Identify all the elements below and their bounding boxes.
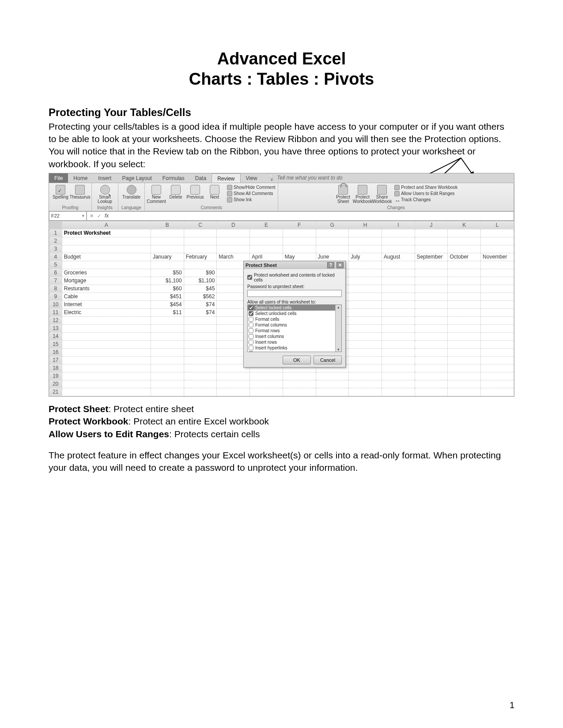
permission-checkbox[interactable]: [249, 345, 253, 350]
cell[interactable]: July: [349, 253, 382, 261]
cell[interactable]: [62, 340, 151, 348]
tab-home[interactable]: Home: [68, 173, 93, 183]
dialog-ok-button[interactable]: OK: [283, 356, 311, 364]
cell[interactable]: [349, 372, 382, 380]
permission-checkbox[interactable]: [249, 317, 253, 322]
cell[interactable]: [184, 237, 217, 245]
cell[interactable]: [448, 285, 481, 293]
cell[interactable]: [415, 269, 448, 277]
cell[interactable]: March: [217, 253, 250, 261]
cell[interactable]: $45: [184, 285, 217, 293]
cell[interactable]: [382, 229, 415, 237]
cell[interactable]: $60: [151, 285, 184, 293]
listbox-scrollbar[interactable]: [335, 305, 341, 352]
cell[interactable]: [382, 237, 415, 245]
cell[interactable]: [448, 277, 481, 285]
cell[interactable]: [349, 380, 382, 388]
cancel-formula-icon[interactable]: ✕: [90, 213, 94, 219]
cell[interactable]: [415, 245, 448, 253]
cell[interactable]: [62, 364, 151, 372]
protect-share-button[interactable]: Protect and Share Workbook: [394, 185, 457, 190]
cell[interactable]: [382, 308, 415, 316]
tell-me-box[interactable]: Tell me what you want to do: [262, 175, 342, 181]
permission-checkbox[interactable]: [249, 340, 253, 345]
cell[interactable]: [448, 261, 481, 269]
cell[interactable]: Groceries: [62, 269, 151, 277]
cell[interactable]: [382, 269, 415, 277]
column-header[interactable]: B: [151, 221, 184, 229]
share-workbook-button[interactable]: Share Workbook: [373, 185, 391, 204]
permission-option[interactable]: Insert rows: [248, 339, 341, 345]
permission-checkbox[interactable]: [249, 334, 253, 339]
cell[interactable]: [448, 324, 481, 332]
cell[interactable]: [217, 245, 250, 253]
cell[interactable]: [62, 348, 151, 356]
cell[interactable]: Electric: [62, 308, 151, 316]
cell[interactable]: [481, 372, 514, 380]
cell[interactable]: [316, 245, 349, 253]
cell[interactable]: [151, 237, 184, 245]
cell[interactable]: $451: [151, 293, 184, 300]
cell[interactable]: [415, 300, 448, 308]
cell[interactable]: [349, 316, 382, 324]
permissions-listbox[interactable]: Select locked cellsSelect unlocked cells…: [247, 304, 342, 352]
cell[interactable]: [382, 356, 415, 364]
row-header[interactable]: 8: [49, 285, 62, 293]
cell[interactable]: [151, 261, 184, 269]
cell[interactable]: [448, 356, 481, 364]
row-header[interactable]: 10: [49, 300, 62, 308]
fx-icon[interactable]: fx: [105, 213, 109, 219]
cell[interactable]: August: [382, 253, 415, 261]
cell[interactable]: [349, 277, 382, 285]
cell[interactable]: [151, 324, 184, 332]
cell[interactable]: [349, 348, 382, 356]
cell[interactable]: [448, 364, 481, 372]
cell[interactable]: [349, 293, 382, 300]
cell[interactable]: [283, 229, 316, 237]
cell[interactable]: [481, 293, 514, 300]
cell[interactable]: Budget: [62, 253, 151, 261]
protect-contents-checkbox[interactable]: Protect worksheet and contents of locked…: [247, 273, 342, 282]
cell[interactable]: September: [415, 253, 448, 261]
permission-option[interactable]: Format columns: [248, 322, 341, 328]
cell[interactable]: [415, 277, 448, 285]
cell[interactable]: [316, 380, 349, 388]
cell[interactable]: [151, 388, 184, 396]
cell[interactable]: [481, 332, 514, 340]
cell[interactable]: [349, 388, 382, 396]
cell[interactable]: [382, 372, 415, 380]
cell[interactable]: [448, 308, 481, 316]
column-header[interactable]: K: [448, 221, 481, 229]
track-changes-button[interactable]: Track Changes: [394, 197, 431, 203]
cell[interactable]: [250, 237, 283, 245]
tab-data[interactable]: Data: [190, 173, 212, 183]
cell[interactable]: [62, 245, 151, 253]
column-header[interactable]: G: [316, 221, 349, 229]
cell[interactable]: [382, 285, 415, 293]
cell[interactable]: [448, 229, 481, 237]
cell[interactable]: [481, 388, 514, 396]
cell[interactable]: [415, 380, 448, 388]
permission-checkbox[interactable]: [249, 305, 253, 310]
cell[interactable]: [481, 308, 514, 316]
cell[interactable]: [250, 372, 283, 380]
show-hide-comment-button[interactable]: Show/Hide Comment: [227, 185, 275, 190]
permission-option[interactable]: Delete columns: [248, 351, 341, 352]
cell[interactable]: [481, 269, 514, 277]
cell[interactable]: [217, 229, 250, 237]
cell[interactable]: [184, 388, 217, 396]
cell[interactable]: Internet: [62, 300, 151, 308]
cell[interactable]: [349, 229, 382, 237]
prev-comment-button[interactable]: Previous: [186, 185, 204, 200]
cell[interactable]: [382, 364, 415, 372]
cell[interactable]: [151, 316, 184, 324]
cell[interactable]: $1,100: [184, 277, 217, 285]
cell[interactable]: [382, 340, 415, 348]
cell[interactable]: $74: [184, 300, 217, 308]
cell[interactable]: $562: [184, 293, 217, 300]
cell[interactable]: $74: [184, 308, 217, 316]
cell[interactable]: [448, 269, 481, 277]
cell[interactable]: [448, 316, 481, 324]
cell[interactable]: [415, 324, 448, 332]
worksheet[interactable]: ABCDEFGHIJKL 1Protect Worksheet234Budget…: [49, 221, 514, 396]
